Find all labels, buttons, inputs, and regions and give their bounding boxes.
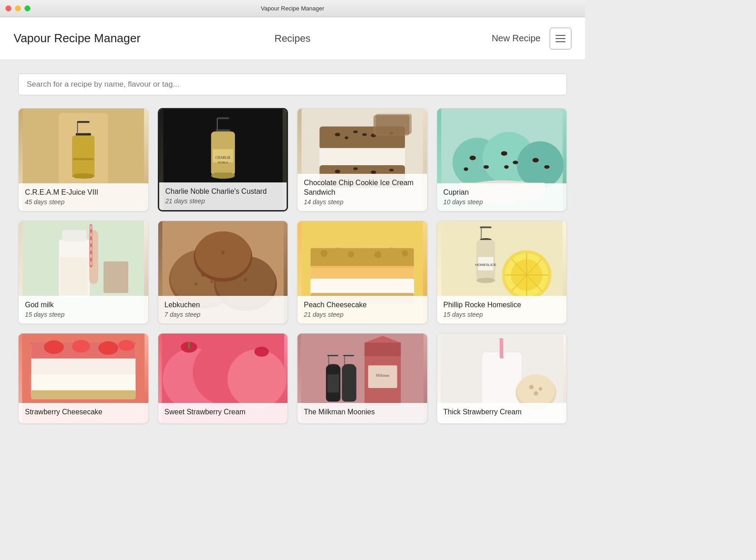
svg-rect-124 <box>327 374 339 393</box>
svg-point-77 <box>348 251 354 257</box>
recipe-card-godmilk[interactable]: God milk 15 days steep <box>18 221 149 324</box>
recipe-overlay-peach: Peach Cheesecake 21 days steep <box>298 296 427 324</box>
svg-text:NOBLE: NOBLE <box>218 161 228 164</box>
recipe-overlay-sweet-strawberry: Sweet Strawberry Cream <box>158 403 288 423</box>
svg-point-68 <box>210 280 213 283</box>
recipe-name-milkman: The Milkman Moonies <box>304 408 421 417</box>
svg-rect-94 <box>480 226 492 228</box>
recipe-name-lebkuchen: Lebkuchen <box>165 300 282 310</box>
titlebar: Vapour Recipe Manager <box>0 0 585 17</box>
recipe-overlay-cuprian: Cuprian 10 days steep <box>437 183 567 211</box>
recipe-name-peach: Peach Cheesecake <box>304 300 421 310</box>
recipe-steep-cookie: 14 days steep <box>304 198 421 206</box>
app-header: Vapour Recipe Manager Recipes New Recipe <box>0 17 585 60</box>
recipe-card-charlie[interactable]: CHARLIE NOBLE Charlie Noble Charlie's Cu… <box>158 108 288 211</box>
svg-point-48 <box>544 165 549 169</box>
svg-rect-114 <box>188 342 190 349</box>
recipe-overlay-strawberry-cheese: Strawberry Cheesecake <box>19 403 148 423</box>
svg-point-26 <box>353 131 358 133</box>
svg-rect-57 <box>60 257 88 295</box>
svg-point-46 <box>504 165 508 169</box>
svg-rect-82 <box>311 266 414 280</box>
svg-point-79 <box>375 251 382 258</box>
recipe-name-phillip: Phillip Rocke Homeslice <box>444 300 561 310</box>
recipe-card-thick-strawberry[interactable]: Thick Strawberry Cream <box>437 333 567 424</box>
menu-icon <box>556 41 566 42</box>
svg-rect-125 <box>344 356 345 365</box>
svg-point-103 <box>44 340 64 354</box>
svg-point-112 <box>227 349 286 408</box>
svg-rect-7 <box>73 158 94 160</box>
recipe-overlay-godmilk: God milk 15 days steep <box>19 296 148 324</box>
svg-point-47 <box>532 158 539 162</box>
recipe-name-charlie: Charlie Noble Charlie's Custard <box>166 187 281 196</box>
recipe-name-cuprian: Cuprian <box>444 188 561 197</box>
recipe-name-godmilk: God milk <box>25 300 142 310</box>
menu-icon <box>556 38 566 39</box>
svg-point-42 <box>483 165 489 169</box>
minimize-button[interactable] <box>15 5 21 11</box>
svg-rect-6 <box>72 135 95 176</box>
recipe-overlay-milkman: The Milkman Moonies <box>298 403 427 423</box>
svg-rect-36 <box>376 114 411 134</box>
svg-rect-9 <box>74 174 93 178</box>
window-controls <box>5 5 30 11</box>
svg-point-29 <box>345 136 348 139</box>
svg-point-81 <box>402 250 408 256</box>
recipe-card-cuprian[interactable]: Cuprian 10 days steep <box>437 108 567 211</box>
svg-point-40 <box>517 141 563 188</box>
svg-point-135 <box>517 374 555 406</box>
svg-point-75 <box>321 250 328 257</box>
nav-title: Recipes <box>200 33 385 44</box>
svg-point-80 <box>387 247 395 255</box>
recipe-steep-peach: 21 days steep <box>304 311 421 318</box>
recipe-name-sweet-strawberry: Sweet Strawberry Cream <box>165 408 282 417</box>
svg-point-78 <box>360 248 369 257</box>
recipe-card-strawberry-cheese[interactable]: Strawberry Cheesecake <box>18 333 149 424</box>
svg-point-106 <box>118 340 135 351</box>
maximize-button[interactable] <box>24 5 30 11</box>
recipe-steep-lebkuchen: 7 days steep <box>165 311 282 318</box>
svg-rect-108 <box>31 390 136 399</box>
close-button[interactable] <box>5 5 11 11</box>
svg-point-115 <box>254 347 268 357</box>
recipe-name-cookie: Chocolate Chip Cookie Ice Cream Sandwich <box>304 178 421 197</box>
svg-point-99 <box>476 278 495 283</box>
svg-point-45 <box>512 161 518 164</box>
recipe-name-thick-strawberry: Thick Strawberry Cream <box>444 408 561 417</box>
svg-point-71 <box>244 278 247 281</box>
svg-point-136 <box>529 385 533 389</box>
svg-rect-53 <box>62 230 87 241</box>
svg-point-76 <box>333 247 341 255</box>
svg-rect-13 <box>217 118 229 119</box>
svg-rect-128 <box>342 365 356 402</box>
recipe-card-cookie[interactable]: Chocolate Chip Cookie Ice Cream Sandwich… <box>297 108 428 211</box>
menu-icon <box>556 35 566 36</box>
header-actions: New Recipe <box>385 28 571 49</box>
svg-rect-4 <box>77 121 90 123</box>
search-input[interactable] <box>18 74 567 95</box>
app-title: Vapour Recipe Manager <box>14 31 200 45</box>
svg-rect-120 <box>328 356 329 365</box>
svg-point-34 <box>389 169 394 172</box>
recipe-card-peach[interactable]: Peach Cheesecake 21 days steep <box>297 221 428 324</box>
svg-point-43 <box>463 167 468 171</box>
recipe-card-cream[interactable]: C.R.E.A.M E-Juice VIII 45 days steep <box>18 108 149 211</box>
svg-rect-23 <box>320 148 405 166</box>
svg-point-41 <box>469 156 476 160</box>
recipe-overlay-phillip: Phillip Rocke Homeslice 15 days steep <box>437 296 567 324</box>
recipe-card-phillip[interactable]: HOMESLICE Phillip Rocke Homeslice 15 day… <box>437 221 567 324</box>
svg-point-32 <box>353 167 358 170</box>
svg-point-104 <box>72 340 90 353</box>
recipe-steep-cuprian: 10 days steep <box>444 198 561 206</box>
new-recipe-button[interactable]: New Recipe <box>492 33 541 44</box>
svg-point-44 <box>501 151 507 156</box>
recipe-overlay-charlie: Charlie Noble Charlie's Custard 21 days … <box>159 182 287 210</box>
recipe-overlay-thick-strawberry: Thick Strawberry Cream <box>437 403 567 423</box>
menu-button[interactable] <box>550 28 571 49</box>
recipe-card-lebkuchen[interactable]: Lebkuchen 7 days steep <box>158 221 288 324</box>
recipe-card-milkman[interactable]: Milkman The Milkman Moonies <box>297 333 428 424</box>
svg-rect-59 <box>104 262 127 292</box>
recipe-steep-phillip: 15 days steep <box>444 311 561 318</box>
recipe-card-sweet-strawberry[interactable]: Sweet Strawberry Cream <box>158 333 288 424</box>
